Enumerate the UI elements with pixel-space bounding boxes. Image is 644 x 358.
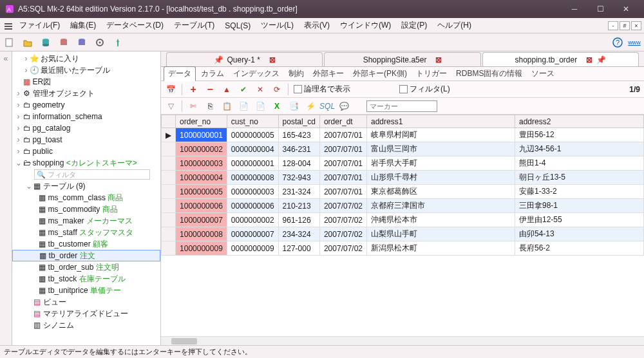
subtab-index[interactable]: インデックス (229, 67, 283, 80)
cell-postal_cd[interactable]: 128-004 (278, 156, 319, 171)
cell-postal_cd[interactable]: 210-213 (278, 199, 319, 213)
tab-query1[interactable]: 📌Query-1 *⊠ (166, 52, 323, 66)
mdi-restore[interactable]: # (620, 21, 630, 30)
clipboard-icon[interactable]: 📑 (288, 100, 299, 112)
cell-address1[interactable]: 富山県三岡市 (367, 142, 515, 156)
export-icon[interactable]: 📄 (238, 100, 249, 112)
cell-address2[interactable]: 三田拿98-1 (515, 199, 644, 213)
tree-schema-info[interactable]: ›🗀information_schema (12, 111, 160, 122)
cell-postal_cd[interactable]: 127-000 (278, 241, 319, 256)
cell-order_dt[interactable]: 2007/07/02 (319, 213, 366, 227)
tree-table-tb_unitprice[interactable]: ▦tb_unitprice 単価テー (12, 285, 160, 296)
cell-cust_no[interactable]: 0000000006 (227, 199, 278, 213)
table-row[interactable]: 10000000050000000003231-3242007/07/01東京都… (162, 185, 644, 199)
cell-cust_no[interactable]: 0000000004 (227, 142, 278, 156)
cell-order_no[interactable]: 1000000004 (176, 171, 227, 185)
cell-order_dt[interactable]: 2007/07/01 (319, 156, 366, 171)
cell-address1[interactable]: 新潟県松木町 (367, 241, 515, 256)
table-row[interactable]: 10000000090000000009127-0002007/07/02新潟県… (162, 241, 644, 256)
subtab-fk[interactable]: 外部キー (309, 67, 348, 80)
tree-table-tb_order[interactable]: ▦tb_order 注文 (12, 250, 160, 261)
cut-icon[interactable]: ✄ (187, 100, 199, 112)
cell-address1[interactable]: 沖縄県松本市 (367, 213, 515, 227)
import-icon[interactable]: 📄 (254, 100, 266, 112)
cell-address2[interactable]: 伊里由12-55 (515, 213, 644, 227)
maximize-button[interactable]: ☐ (587, 0, 613, 18)
cell-order_no[interactable]: 1000000003 (176, 156, 227, 171)
tree-synonyms[interactable]: ▥シノニム (12, 319, 160, 331)
tab-tborder[interactable]: shopping.tb_order⊠📌 (482, 52, 639, 66)
bolt-icon[interactable]: ⚡ (305, 100, 316, 112)
data-grid[interactable]: order_nocust_nopostal_cdorder_dtaddress1… (161, 115, 644, 336)
menu-window[interactable]: ウインドウ(W) (335, 19, 396, 32)
tree-matviews[interactable]: ▤マテリアライズドビュー (12, 308, 160, 319)
col-order_no[interactable]: order_no (176, 115, 227, 128)
cell-cust_no[interactable]: 0000000008 (227, 171, 278, 185)
tree-schema-pgcat[interactable]: ›🗀pg_catalog (12, 122, 160, 134)
table-row[interactable]: 10000000080000000007234-3242007/07/02山梨県… (162, 227, 644, 241)
db-add-icon[interactable] (40, 37, 52, 48)
cell-address2[interactable]: 朝日ヶ丘13-5 (515, 171, 644, 185)
menu-database[interactable]: データベース(D) (101, 19, 169, 32)
menu-icon[interactable] (3, 20, 14, 32)
cell-address1[interactable]: 山形県千尋村 (367, 171, 515, 185)
calendar-icon[interactable]: 📅 (165, 84, 176, 95)
collapse-icon[interactable]: « (3, 54, 8, 63)
menu-help[interactable]: ヘルプ(H) (432, 19, 477, 32)
tree-table-ms_maker[interactable]: ▦ms_maker メーカーマス (12, 215, 160, 227)
tree-table-tb_order_sub[interactable]: ▦tb_order_sub 注文明 (12, 261, 160, 273)
tree-schema-shopping[interactable]: ⌄🗁shopping <カレントスキーマ> (12, 157, 160, 169)
horizontal-scrollbar[interactable] (161, 336, 644, 345)
tree-tables-group[interactable]: ⌄▦テーブル (9) (12, 180, 160, 192)
gear-icon[interactable] (94, 37, 106, 48)
subtab-trigger[interactable]: トリガー (412, 67, 451, 80)
tree-adminobj[interactable]: ›⚙管理オブジェクト (12, 88, 160, 99)
cell-address1[interactable]: 岐阜県村岡町 (367, 128, 515, 142)
new-icon[interactable] (4, 37, 15, 48)
filter-icon[interactable]: ▽ (165, 100, 176, 112)
cell-order_no[interactable]: 1000000005 (176, 185, 227, 199)
paste-icon[interactable]: 📋 (221, 100, 232, 112)
tab-close-icon[interactable]: ⊠ (435, 55, 442, 64)
table-row[interactable]: 10000000070000000002961-1262007/07/02沖縄県… (162, 213, 644, 227)
table-row[interactable]: 10000000060000000006210-2132007/07/02京都府… (162, 199, 644, 213)
tree-recent[interactable]: ›🕘最近開いたテーブル (12, 64, 160, 76)
cell-cust_no[interactable]: 0000000002 (227, 213, 278, 227)
cell-cust_no[interactable]: 0000000001 (227, 156, 278, 171)
menu-view[interactable]: 表示(V) (299, 19, 335, 32)
cell-address2[interactable]: 安藤1-33-2 (515, 185, 644, 199)
tab-close-icon[interactable]: ⊠ (269, 55, 276, 64)
subtab-data[interactable]: データ (164, 66, 196, 82)
cell-postal_cd[interactable]: 234-324 (278, 227, 319, 241)
tree-er[interactable]: ▦ER図 (12, 76, 160, 88)
tree-table-tb_stock[interactable]: ▦tb_stock 在庫テーブル (12, 273, 160, 285)
filter-toggle[interactable]: フィルタ(L) (399, 84, 450, 95)
cell-order_dt[interactable]: 2007/07/02 (319, 227, 366, 241)
col-order_dt[interactable]: order_dt (319, 115, 366, 128)
cell-order_dt[interactable]: 2007/07/02 (319, 199, 366, 213)
refresh-icon[interactable]: ⟳ (271, 84, 283, 95)
mdi-minimize[interactable]: - (608, 21, 618, 30)
table-row[interactable]: 10000000030000000001128-0042007/07/01岩手県… (162, 156, 644, 171)
cell-order_no[interactable]: 1000000007 (176, 213, 227, 227)
cell-cust_no[interactable]: 0000000009 (227, 241, 278, 256)
www-icon[interactable]: www (629, 37, 640, 48)
tree-schema-geometry[interactable]: ›🗀geometry (12, 99, 160, 111)
close-button[interactable]: ✕ (613, 0, 639, 18)
menu-sql[interactable]: SQL(S) (220, 20, 256, 32)
db-icon[interactable] (76, 37, 88, 48)
subtab-column[interactable]: カラム (197, 67, 228, 80)
tab-close-icon[interactable]: ⊠ (586, 55, 592, 64)
table-row[interactable]: ▶10000000010000000005165-4232007/07/01岐阜… (162, 128, 644, 142)
minimize-button[interactable]: ─ (562, 0, 587, 18)
table-row[interactable]: 10000000040000000008732-9432007/07/01山形県… (162, 171, 644, 185)
cell-address2[interactable]: 長府56-2 (515, 241, 644, 256)
cell-order_dt[interactable]: 2007/07/01 (319, 128, 366, 142)
help-icon[interactable]: ? (612, 37, 623, 48)
cell-address1[interactable]: 京都府三津国市 (367, 199, 515, 213)
col-cust_no[interactable]: cust_no (227, 115, 278, 128)
logical-name-toggle[interactable]: 論理名で表示 (294, 84, 350, 95)
tree-filter[interactable]: 🔍フィルタ (12, 169, 160, 180)
col-address2[interactable]: address2 (515, 115, 644, 128)
cell-order_no[interactable]: 1000000002 (176, 142, 227, 156)
